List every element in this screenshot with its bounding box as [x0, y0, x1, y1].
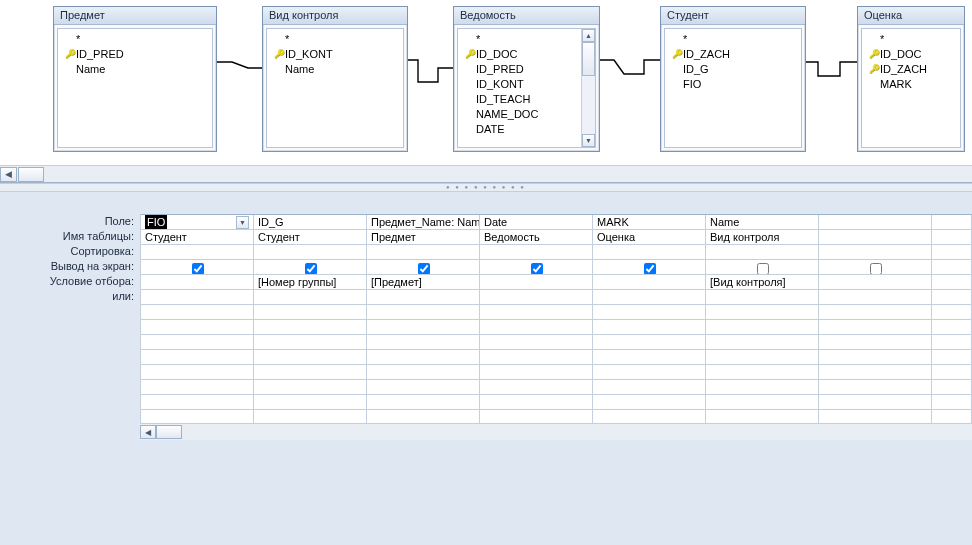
qbe-cell-sort[interactable] — [480, 245, 593, 260]
chevron-left-icon[interactable]: ◀ — [140, 425, 156, 439]
qbe-cell[interactable] — [480, 320, 593, 335]
qbe-cell-table[interactable]: Оценка — [593, 230, 706, 245]
table-row[interactable]: * — [864, 32, 958, 47]
qbe-cell[interactable] — [367, 395, 480, 410]
qbe-cell[interactable] — [819, 305, 932, 320]
qbe-cell[interactable] — [932, 305, 972, 320]
qbe-cell[interactable] — [480, 410, 593, 425]
relationships-pane[interactable]: Предмет * ID_PRED Name Вид контроля * ID… — [0, 0, 972, 183]
qbe-cell[interactable] — [480, 350, 593, 365]
qbe-cell[interactable] — [706, 365, 819, 380]
qbe-cell-criteria[interactable]: [Предмет] — [367, 275, 480, 290]
scrollbar-thumb[interactable] — [582, 42, 595, 76]
qbe-cell-sort[interactable] — [593, 245, 706, 260]
table-row[interactable]: ID_KONT — [460, 77, 579, 92]
qbe-cell-field[interactable]: ID_G — [254, 215, 367, 230]
qbe-cell[interactable] — [367, 335, 480, 350]
qbe-cell[interactable] — [254, 395, 367, 410]
qbe-cell-sort[interactable] — [706, 245, 819, 260]
table-row[interactable]: * — [667, 32, 799, 47]
qbe-cell[interactable] — [819, 365, 932, 380]
qbe-cell-field[interactable] — [819, 215, 932, 230]
qbe-cell[interactable] — [706, 320, 819, 335]
qbe-cell[interactable] — [593, 335, 706, 350]
qbe-cell-table[interactable]: Предмет — [367, 230, 480, 245]
qbe-cell-or[interactable] — [932, 290, 972, 305]
qbe-cell[interactable] — [480, 380, 593, 395]
qbe-cell[interactable] — [706, 395, 819, 410]
qbe-cell-table[interactable]: Ведомость — [480, 230, 593, 245]
qbe-cell[interactable] — [141, 395, 254, 410]
table-ocenka[interactable]: Оценка * ID_DOC ID_ZACH MARK — [857, 6, 965, 152]
qbe-cell-criteria[interactable] — [819, 275, 932, 290]
table-row[interactable]: ID_DOC — [460, 47, 579, 62]
scrollbar-thumb[interactable] — [156, 425, 182, 439]
qbe-cell-sort[interactable] — [141, 245, 254, 260]
qbe-cell-field[interactable]: MARK — [593, 215, 706, 230]
qbe-cell-or[interactable] — [141, 290, 254, 305]
qbe-cell-or[interactable] — [706, 290, 819, 305]
qbe-cell[interactable] — [593, 410, 706, 425]
table-row[interactable]: * — [269, 32, 401, 47]
qbe-cell-or[interactable] — [254, 290, 367, 305]
qbe-cell[interactable] — [367, 380, 480, 395]
qbe-cell-or[interactable] — [593, 290, 706, 305]
qbe-cell[interactable] — [932, 410, 972, 425]
qbe-cell-show[interactable] — [706, 260, 819, 275]
qbe-cell-sort[interactable] — [819, 245, 932, 260]
qbe-cell-criteria[interactable] — [932, 275, 972, 290]
qbe-grid[interactable]: Поле: FIO ▼ ID_G Предмет_Name: Nam Date … — [0, 192, 972, 545]
qbe-cell[interactable] — [254, 380, 367, 395]
qbe-cell[interactable] — [932, 380, 972, 395]
qbe-cell[interactable] — [480, 305, 593, 320]
qbe-cell[interactable] — [141, 380, 254, 395]
qbe-cell[interactable] — [141, 350, 254, 365]
scrollbar-horizontal[interactable]: ◀ — [140, 424, 972, 440]
qbe-cell-show[interactable] — [254, 260, 367, 275]
qbe-cell[interactable] — [254, 410, 367, 425]
table-row[interactable]: ID_ZACH — [667, 47, 799, 62]
table-vedomost[interactable]: Ведомость * ID_DOC ID_PRED ID_KONT ID_TE… — [453, 6, 600, 152]
qbe-cell[interactable] — [141, 305, 254, 320]
qbe-cell[interactable] — [819, 410, 932, 425]
table-row[interactable]: DATE — [460, 122, 579, 137]
qbe-cell[interactable] — [593, 350, 706, 365]
qbe-cell[interactable] — [593, 380, 706, 395]
table-row[interactable]: ID_G — [667, 62, 799, 77]
qbe-cell[interactable] — [367, 410, 480, 425]
qbe-cell[interactable] — [480, 335, 593, 350]
qbe-cell[interactable] — [706, 410, 819, 425]
qbe-cell-or[interactable] — [367, 290, 480, 305]
qbe-cell-criteria[interactable]: [Номер группы] — [254, 275, 367, 290]
qbe-cell[interactable] — [367, 305, 480, 320]
qbe-cell-field[interactable]: Предмет_Name: Nam — [367, 215, 480, 230]
qbe-cell-field[interactable] — [932, 215, 972, 230]
qbe-cell[interactable] — [706, 305, 819, 320]
qbe-cell[interactable] — [706, 350, 819, 365]
table-row[interactable]: ID_KONT — [269, 47, 401, 62]
qbe-cell[interactable] — [706, 380, 819, 395]
qbe-cell[interactable] — [254, 365, 367, 380]
qbe-cell[interactable] — [367, 365, 480, 380]
qbe-cell-show[interactable] — [593, 260, 706, 275]
table-row[interactable]: MARK — [864, 77, 958, 92]
qbe-cell-table[interactable]: Студент — [254, 230, 367, 245]
qbe-cell-table[interactable]: Студент — [141, 230, 254, 245]
qbe-cell[interactable] — [932, 350, 972, 365]
table-row[interactable]: * — [60, 32, 210, 47]
qbe-cell[interactable] — [141, 410, 254, 425]
qbe-cell[interactable] — [932, 365, 972, 380]
qbe-cell[interactable] — [593, 365, 706, 380]
qbe-cell[interactable] — [932, 395, 972, 410]
qbe-cell-criteria[interactable] — [141, 275, 254, 290]
scrollbar-vertical[interactable]: ▲ ▼ — [581, 29, 595, 147]
table-row[interactable]: ID_TEACH — [460, 92, 579, 107]
qbe-cell[interactable] — [819, 395, 932, 410]
qbe-cell[interactable] — [141, 365, 254, 380]
chevron-up-icon[interactable]: ▲ — [582, 29, 595, 42]
qbe-cell[interactable] — [706, 335, 819, 350]
qbe-cell-criteria[interactable] — [480, 275, 593, 290]
qbe-cell[interactable] — [254, 335, 367, 350]
qbe-cell-show[interactable] — [367, 260, 480, 275]
qbe-cell-table[interactable] — [819, 230, 932, 245]
